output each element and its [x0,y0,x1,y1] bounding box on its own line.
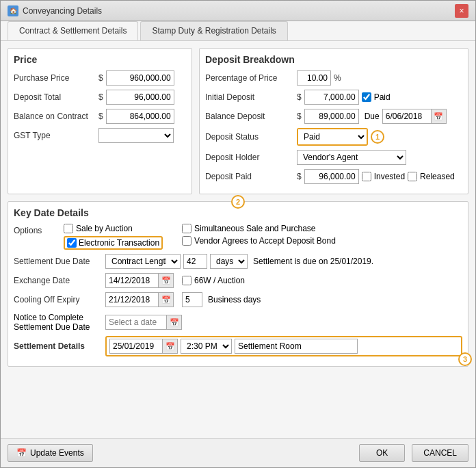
purchase-price-row: Purchase Price $ [14,70,186,86]
deposit-holder-label: Deposit Holder [205,153,294,162]
deposit-paid-input[interactable] [304,169,359,184]
update-events-icon: 📅 [16,448,27,458]
initial-deposit-input[interactable] [304,90,359,105]
initial-deposit-label: Initial Deposit [205,92,294,102]
simultaneous-text: Simultaneous Sale and Purchase [194,224,315,233]
cooling-off-calendar-button[interactable]: 📅 [159,292,174,307]
settlement-due-date-label: Settlement Due Date [14,257,103,266]
purchase-price-label: Purchase Price [14,73,96,83]
deposit-total-currency: $ [98,92,103,102]
due-date-input[interactable] [382,109,432,124]
percentage-label: Percentage of Price [205,73,294,83]
settlement-due-date2-label: Settlement Due Date [14,322,103,332]
gst-type-label: GST Type [14,131,96,140]
exchange-date-row: Exchange Date 📅 66W / Auction [14,273,462,288]
tab-stamp-duty[interactable]: Stamp Duty & Registration Details [140,21,287,40]
window-title: Conveyancing Details [23,6,102,16]
auction-checkbox[interactable] [182,276,191,285]
notice-calendar-button[interactable]: 📅 [167,315,182,330]
cooling-off-date-input[interactable] [105,292,159,307]
electronic-transaction-text: Electronic Transaction [79,238,159,248]
vendor-agrees-label[interactable]: Vendor Agrees to Accept Deposit Bond [182,236,336,246]
cancel-button[interactable]: CANCEL [412,444,468,462]
footer-bar: 📅 Update Events OK CANCEL [1,438,475,467]
settlement-room-input[interactable] [235,339,358,354]
settlement-due-text: Settlement is due on 25/01/2019. [253,257,373,266]
price-section: Price Purchase Price $ Deposit Total $ B… [8,48,192,194]
days-input[interactable] [183,254,207,269]
annotation-1: 1 [371,130,384,144]
right-buttons: OK CANCEL [359,444,468,462]
due-date-wrap: 📅 [382,109,447,124]
tab-contract-settlement[interactable]: Contract & Settlement Details [8,21,138,40]
released-checkbox[interactable] [408,172,417,181]
balance-row: Balance on Contract $ [14,109,186,124]
settlement-details-box: 📅 2:30 PM [105,336,462,356]
settlement-time-select[interactable]: 2:30 PM [181,339,232,354]
due-label: Due [365,112,380,121]
balance-input[interactable] [106,109,174,124]
deposit-title: Deposit Breakdown [205,54,462,65]
released-label: Released [420,172,455,181]
settlement-details-label: Settlement Details [14,341,103,351]
balance-deposit-label: Balance Deposit [205,112,294,121]
invested-checkbox[interactable] [362,172,371,181]
deposit-holder-select[interactable]: Vendor's Agent [297,150,406,165]
notice-label: Notice to Complete [14,313,103,322]
sale-by-auction-text: Sale by Auction [76,224,133,233]
close-button[interactable]: × [455,4,468,18]
initial-deposit-currency: $ [297,92,302,102]
settlement-due-date-select[interactable]: Contract Length [105,254,181,269]
options-row: Options Sale by Auction Electronic Trans… [14,224,462,250]
balance-deposit-currency: $ [297,112,302,121]
key-date-section: Key Date Details 2 Options Sale by Aucti… [8,201,468,367]
deposit-paid-row: Deposit Paid $ Invested Released [205,169,462,184]
electronic-transaction-checkbox[interactable] [67,238,77,248]
purchase-price-input[interactable] [106,70,174,86]
settlement-date-calendar-button[interactable]: 📅 [163,339,178,354]
simultaneous-checkbox[interactable] [182,224,191,233]
ok-button[interactable]: OK [359,444,405,462]
simultaneous-label[interactable]: Simultaneous Sale and Purchase [182,224,336,233]
electronic-transaction-label[interactable]: Electronic Transaction [64,236,163,250]
settlement-due-date-row: Settlement Due Date Contract Length days… [14,254,462,269]
gst-type-row: GST Type [14,128,186,143]
paid-checkbox[interactable] [362,92,371,102]
key-date-title: Key Date Details [14,207,462,218]
notice-date-input[interactable] [105,315,167,330]
app-icon: 🏠 [8,5,18,16]
vendor-agrees-checkbox[interactable] [182,236,191,246]
balance-currency: $ [98,112,103,121]
balance-deposit-row: Balance Deposit $ Due 📅 [205,109,462,124]
days-unit-select[interactable]: days weeks [210,254,248,269]
deposit-total-input[interactable] [106,90,174,105]
deposit-status-select[interactable]: Paid Unpaid [298,129,367,144]
options-right: Simultaneous Sale and Purchase Vendor Ag… [182,224,336,246]
main-window: 🏠 Conveyancing Details × Contract & Sett… [0,0,476,468]
main-content: Price Purchase Price $ Deposit Total $ B… [1,41,475,438]
cooling-off-days-input[interactable] [182,292,202,307]
notice-label-wrap: Notice to Complete Settlement Due Date [14,313,103,332]
sale-by-auction-checkbox[interactable] [64,224,73,233]
update-events-button[interactable]: 📅 Update Events [8,444,93,462]
settlement-date-input[interactable] [109,339,163,354]
exchange-date-wrap: 📅 [105,273,174,288]
cooling-off-date-wrap: 📅 [105,292,174,307]
sale-by-auction-label[interactable]: Sale by Auction [64,224,163,233]
deposit-paid-label: Deposit Paid [205,172,294,181]
percentage-input[interactable] [297,70,331,86]
annotation-2: 2 [231,195,245,209]
exchange-date-calendar-button[interactable]: 📅 [159,273,174,288]
exchange-date-label: Exchange Date [14,276,103,285]
options-left: Sale by Auction Electronic Transaction [64,224,163,250]
gst-type-select[interactable] [98,128,174,143]
auction-label: 66W / Auction [194,276,245,285]
invested-label: Invested [374,172,405,181]
purchase-price-currency: $ [98,73,103,83]
notice-row: Notice to Complete Settlement Due Date 📅 [14,313,462,332]
due-date-calendar-button[interactable]: 📅 [432,109,447,124]
percentage-row: Percentage of Price % [205,70,462,86]
exchange-date-input[interactable] [105,273,159,288]
balance-label: Balance on Contract [14,112,96,121]
balance-deposit-input[interactable] [304,109,359,124]
